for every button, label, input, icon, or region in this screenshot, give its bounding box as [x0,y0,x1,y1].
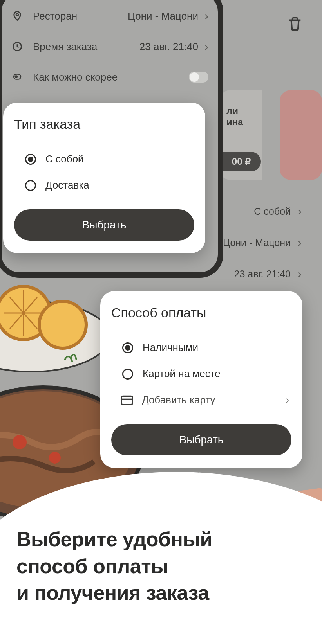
time-value: 23 авг. 21:40 [139,41,198,53]
summary-time-value: 23 авг. 21:40 [234,268,291,280]
restaurant-label: Ресторан [33,10,77,22]
svg-point-5 [13,435,27,449]
radio-icon [122,369,133,380]
radio-selected-icon [122,342,133,353]
chevron-right-icon: › [204,40,208,53]
time-row[interactable]: Время заказа 23 авг. 21:40 › [11,31,208,62]
location-pin-icon [11,10,24,22]
trash-icon[interactable] [288,16,302,32]
restaurant-row[interactable]: Ресторан Цони - Мацони › [11,1,208,31]
payment-card-onsite-label: Картой на месте [143,368,221,380]
svg-rect-11 [121,396,132,404]
clock-icon [11,40,24,53]
eye-icon [11,71,24,83]
chevron-right-icon: › [298,267,302,281]
order-type-pickup-label: С собой [45,153,84,165]
payment-card-onsite[interactable]: Картой на месте [111,361,291,387]
restaurant-value: Цони - Мацони [128,10,198,22]
summary-type-value: С собой [254,206,291,217]
radio-selected-icon [25,154,36,165]
card-icon [121,395,133,405]
radio-icon [25,180,36,191]
order-type-title: Тип заказа [14,117,194,132]
price-pill-fragment: 00 ₽ [219,152,261,171]
time-label: Время заказа [33,41,97,53]
asap-toggle[interactable] [189,72,208,83]
asap-row: Как можно скорее [11,62,208,92]
order-type-pickup[interactable]: С собой [14,146,194,172]
add-card-label: Добавить карту [142,394,286,406]
heading-line3: и получения заказа [16,579,212,606]
order-type-select-button[interactable]: Выбрать [14,209,194,241]
heading-line2: способ оплаты [16,553,212,580]
payment-title: Способ оплаты [111,305,291,320]
svg-point-7 [16,14,18,16]
product-card-fragment-2 [280,90,322,180]
phone1-settings: Ресторан Цони - Мацони › Время заказа 23… [2,0,218,103]
heading-line1: Выберите удобный [16,526,212,553]
asap-label: Как можно скорее [33,71,118,83]
svg-point-2 [39,301,86,348]
payment-cash-label: Наличными [143,342,198,354]
product-text1: ли [226,106,256,117]
payment-method-modal: Способ оплаты Наличными Картой на месте … [100,291,302,468]
order-type-modal: Тип заказа С собой Доставка Выбрать [3,103,205,253]
summary-restaurant-value: Цони - Мацони [223,237,291,248]
chevron-right-icon: › [298,236,302,249]
svg-point-10 [15,76,18,78]
chevron-right-icon: › [204,9,208,23]
order-type-delivery[interactable]: Доставка [14,172,194,198]
payment-add-card[interactable]: Добавить карту › [111,387,291,413]
chevron-right-icon: › [298,205,302,218]
payment-select-button[interactable]: Выбрать [111,424,291,455]
product-text2: ина [226,117,256,128]
chevron-right-icon: › [286,394,289,406]
order-type-delivery-label: Доставка [45,179,89,191]
svg-point-6 [49,452,61,464]
promo-heading: Выберите удобный способ оплаты и получен… [16,526,212,606]
payment-cash[interactable]: Наличными [111,335,291,361]
